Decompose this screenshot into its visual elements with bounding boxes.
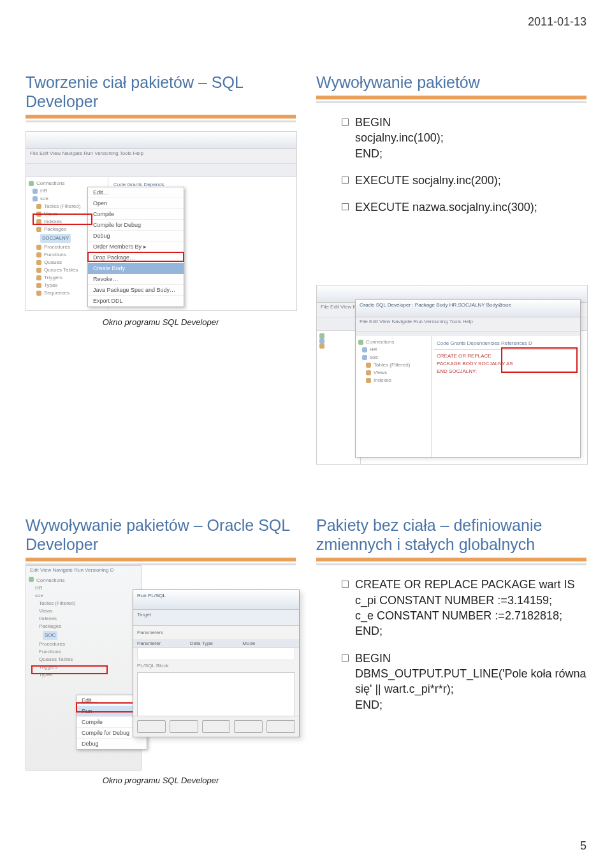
label-sql-block: PL/SQL Block bbox=[133, 660, 299, 669]
editor-code: Code Grants Dependencies References D CR… bbox=[432, 336, 580, 457]
context-menu: Edit… Open Compile Compile for Debug Deb… bbox=[87, 187, 184, 307]
panel-create-body: Tworzenie ciał pakietów – SQL Developer … bbox=[26, 73, 296, 465]
title-underline bbox=[316, 96, 586, 103]
screenshot-run-plsql: Edit View Navigate Run Versioning D Conn… bbox=[26, 565, 296, 769]
title-underline bbox=[26, 115, 296, 122]
page-number: 5 bbox=[580, 839, 586, 853]
dialog-tab-target: Target bbox=[133, 610, 299, 626]
btn-cancel bbox=[266, 720, 295, 733]
tree-node: Tables (Filtered) bbox=[44, 203, 80, 210]
tree-node-socjalny: SOCJALNY bbox=[40, 234, 71, 243]
tree-node: Triggers bbox=[44, 274, 62, 282]
menu-bar: File Edit View Navigate Run Versioning T… bbox=[26, 149, 296, 164]
connections-tree bbox=[317, 331, 361, 465]
btn-reset bbox=[202, 720, 231, 733]
tree-node: Types bbox=[44, 282, 57, 289]
tree-node: Functions bbox=[44, 251, 66, 259]
code-bullet: CREATE OR REPLACE PACKAGE wart IS c_pi C… bbox=[342, 577, 586, 639]
panel-invoke-packages: Wywoływanie pakietów BEGIN socjalny.inc(… bbox=[316, 73, 586, 465]
ctx-menu-create-body: Create Body bbox=[88, 263, 184, 274]
tree-node: Sequences bbox=[44, 289, 69, 297]
panel-d-title: Pakiety bez ciała – definiowanie zmienny… bbox=[316, 516, 586, 554]
tree-node: Packages bbox=[44, 226, 66, 233]
bullet-icon bbox=[342, 119, 349, 126]
tree-node: HR bbox=[40, 187, 48, 195]
screenshot-package-body: File Edit View Navigate Run Versioning T… bbox=[316, 285, 588, 465]
tree-node: Connections bbox=[36, 180, 64, 187]
panel-a-title: Tworzenie ciał pakietów – SQL Developer bbox=[26, 73, 296, 111]
bullet-icon bbox=[342, 581, 349, 588]
screenshot-caption: Okno programu SQL Developer bbox=[26, 776, 296, 785]
bullet-icon bbox=[342, 203, 349, 210]
parameters-grid-header: Parameter Data Type Mode bbox=[133, 639, 299, 648]
title-underline bbox=[26, 558, 296, 565]
tree-node: Procedures bbox=[44, 243, 70, 251]
dialog-footer bbox=[133, 716, 299, 737]
btn-save-file bbox=[137, 720, 166, 733]
title-underline bbox=[316, 558, 586, 565]
label-parameters: Parameters bbox=[137, 630, 166, 635]
panel-b-title: Wywoływanie pakietów bbox=[316, 73, 586, 92]
code-bullet: BEGIN DBMS_OUTPUT.PUT_LINE('Pole koła ró… bbox=[342, 651, 586, 712]
code-bullet: BEGIN socjalny.inc(100); END; bbox=[342, 115, 586, 161]
panel-c-title: Wywoływanie pakietów – Oracle SQL Develo… bbox=[26, 516, 296, 554]
dialog-run-plsql: Run PL/SQL Target Parameters Parameter D… bbox=[133, 590, 300, 737]
document-date: 2011-01-13 bbox=[528, 15, 586, 29]
code-bullet: EXECUTE socjalny.inc(200); bbox=[342, 173, 586, 188]
tree-node: Views bbox=[44, 210, 57, 218]
tree-node: soe bbox=[40, 195, 48, 203]
tree-node: Queues bbox=[44, 259, 62, 266]
screenshot-caption: Okno programu SQL Developer bbox=[26, 317, 296, 327]
tree-node: Indexes bbox=[44, 218, 62, 226]
bullet-icon bbox=[342, 177, 349, 184]
win-title-bar bbox=[26, 132, 296, 149]
btn-ok bbox=[234, 720, 263, 733]
bullet-icon bbox=[342, 655, 349, 662]
tree-node: Queues Tables bbox=[44, 266, 78, 274]
screenshot-create-body: File Edit View Navigate Run Versioning T… bbox=[26, 131, 297, 311]
panel-invoke-sqldev: Wywoływanie pakietów – Oracle SQL Develo… bbox=[26, 516, 296, 785]
connections-tree: Connections HR soe Tables (Filtered) Vie… bbox=[356, 336, 432, 457]
inner-window: Oracle SQL Developer : Package Body HR.S… bbox=[355, 300, 581, 458]
dialog-title: Run PL/SQL bbox=[133, 590, 299, 610]
panel-bodyless-packages: Pakiety bez ciała – definiowanie zmienny… bbox=[316, 516, 586, 785]
code-bullet: EXECUTE nazwa.socjalny.inc(300); bbox=[342, 199, 586, 215]
tree-node-soc: SOC bbox=[43, 631, 57, 640]
toolbar-icons bbox=[26, 164, 296, 177]
btn-from-file bbox=[170, 720, 198, 733]
